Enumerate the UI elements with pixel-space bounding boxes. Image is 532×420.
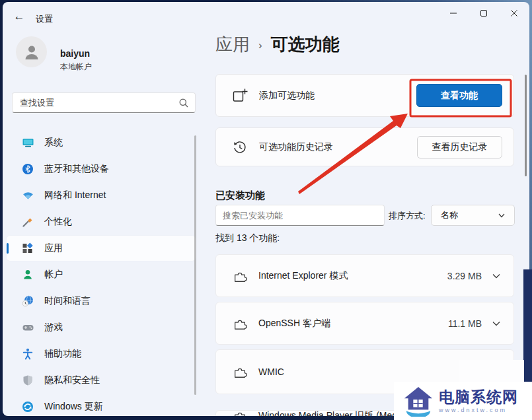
settings-search — [12, 92, 196, 113]
add-feature-label: 添加可选功能 — [259, 90, 315, 102]
expand-chevron-icon[interactable] — [491, 271, 502, 281]
feature-name: Internet Explorer 模式 — [258, 270, 348, 282]
sidebar-item-bluetooth[interactable]: 蓝牙和其他设备 — [7, 157, 196, 182]
system-icon — [21, 136, 34, 149]
selected-indicator — [7, 243, 9, 254]
feature-size: 11.1 MB — [448, 318, 482, 329]
user-account-type: 本地帐户 — [60, 61, 92, 73]
breadcrumb-parent[interactable]: 应用 — [215, 33, 250, 56]
feature-name: WMIC — [258, 367, 284, 377]
expand-chevron-icon[interactable] — [491, 318, 502, 329]
puzzle-icon — [233, 409, 247, 416]
feature-row-ie-mode[interactable]: Internet Explorer 模式 3.29 MB — [215, 254, 514, 297]
installed-search-input[interactable] — [216, 205, 384, 225]
close-icon — [510, 9, 518, 17]
settings-window: ← 设置 baiyun 本地帐户 — [3, 2, 529, 416]
person-icon — [22, 42, 42, 62]
sort-label: 排序方式: — [389, 210, 426, 222]
breadcrumb: 应用 › 可选功能 — [215, 33, 340, 56]
installed-search — [215, 205, 385, 226]
apps-icon — [21, 242, 34, 255]
sidebar-scrollbar[interactable] — [194, 135, 196, 395]
gamepad-icon — [21, 321, 34, 334]
chevron-down-icon — [497, 211, 506, 220]
page-title: 可选功能 — [271, 33, 340, 56]
bluetooth-icon — [21, 162, 34, 176]
settings-search-input[interactable] — [13, 93, 195, 112]
sidebar-item-windows-update[interactable]: Windows 更新 — [7, 394, 196, 416]
view-features-button[interactable]: 查看功能 — [416, 84, 502, 107]
back-button[interactable]: ← — [11, 9, 28, 24]
puzzle-icon — [233, 365, 247, 379]
main-scrollbar[interactable] — [525, 75, 527, 176]
puzzle-icon — [233, 316, 247, 331]
installed-features-heading: 已安装功能 — [215, 190, 265, 202]
sidebar-item-network[interactable]: 网络和 Internet — [7, 183, 196, 208]
desktop-edge — [523, 269, 532, 388]
watermark-house-icon — [403, 385, 434, 417]
sort-value: 名称 — [441, 209, 458, 221]
sidebar-item-apps[interactable]: 应用 — [7, 236, 196, 261]
windows-update-icon — [21, 400, 34, 413]
user-name: baiyun — [60, 48, 90, 59]
avatar[interactable] — [16, 36, 47, 67]
watermark: 电脑系统网 www.dnxtw.com — [394, 382, 532, 420]
history-card: 可选功能历史记录 查看历史记录 — [215, 127, 514, 166]
add-feature-card: 添加可选功能 查看功能 — [215, 74, 514, 117]
window-title: 设置 — [36, 13, 53, 25]
view-history-button[interactable]: 查看历史记录 — [417, 136, 502, 158]
feature-size: 3.29 MB — [447, 271, 482, 281]
minimize-button[interactable] — [438, 2, 469, 24]
window-controls — [438, 2, 529, 24]
watermark-site-name: 电脑系统网 — [439, 389, 518, 405]
sidebar-item-personalization[interactable]: 个性化 — [7, 209, 196, 234]
sidebar-item-accessibility[interactable]: 辅助功能 — [7, 341, 196, 367]
watermark-site-url: www.dnxtw.com — [439, 407, 518, 413]
history-label: 可选功能历史记录 — [259, 141, 333, 153]
result-count: 找到 13 个功能: — [215, 232, 280, 244]
time-language-icon — [21, 295, 34, 308]
maximize-icon — [480, 9, 488, 17]
shield-icon — [21, 374, 34, 387]
close-button[interactable] — [499, 2, 529, 24]
sidebar-item-gaming[interactable]: 游戏 — [7, 315, 196, 340]
sidebar-nav: 系统 蓝牙和其他设备 网络和 Internet 个性化 — [7, 130, 196, 416]
history-icon — [232, 139, 248, 155]
sidebar-item-system[interactable]: 系统 — [7, 130, 196, 155]
wifi-icon — [21, 189, 34, 202]
sidebar-item-accounts[interactable]: 帐户 — [7, 262, 196, 287]
back-arrow-icon: ← — [14, 10, 25, 23]
accessibility-icon — [21, 347, 34, 361]
feature-row-openssh[interactable]: OpenSSH 客户端 11.1 MB — [215, 302, 514, 345]
sort-select[interactable]: 名称 — [431, 205, 515, 226]
feature-name: OpenSSH 客户端 — [258, 318, 330, 330]
maximize-button[interactable] — [469, 2, 499, 24]
puzzle-icon — [233, 269, 247, 283]
minimize-icon — [449, 9, 457, 17]
account-icon — [21, 268, 34, 281]
screenshot-root: ← 设置 baiyun 本地帐户 — [0, 0, 532, 420]
paintbrush-icon — [21, 215, 34, 228]
breadcrumb-separator-icon: › — [258, 39, 262, 52]
search-icon — [178, 98, 189, 108]
sidebar-item-time-language[interactable]: 时间和语言 — [7, 289, 196, 314]
add-feature-icon — [232, 88, 248, 104]
sidebar-item-privacy[interactable]: 隐私和安全性 — [7, 368, 196, 393]
